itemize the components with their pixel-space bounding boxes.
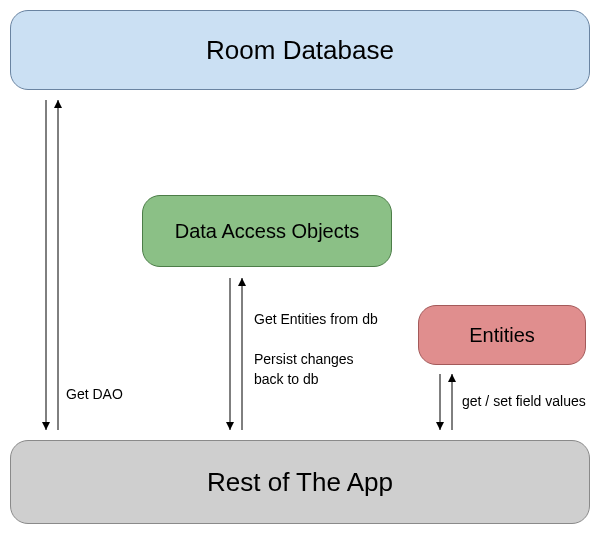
edge-label-getset: get / set field values (462, 392, 586, 412)
node-dao-label: Data Access Objects (175, 220, 360, 243)
edge-label-get-dao: Get DAO (66, 385, 123, 405)
node-rest-of-app: Rest of The App (10, 440, 590, 524)
node-entities-label: Entities (469, 324, 535, 347)
diagram-canvas: Room Database Data Access Objects Entiti… (0, 0, 600, 542)
node-rest-of-app-label: Rest of The App (207, 467, 393, 498)
node-room-database: Room Database (10, 10, 590, 90)
node-entities: Entities (418, 305, 586, 365)
node-room-database-label: Room Database (206, 35, 394, 66)
edge-label-persist: Persist changesback to db (254, 350, 354, 389)
node-dao: Data Access Objects (142, 195, 392, 267)
edge-label-get-entities: Get Entities from db (254, 310, 378, 330)
